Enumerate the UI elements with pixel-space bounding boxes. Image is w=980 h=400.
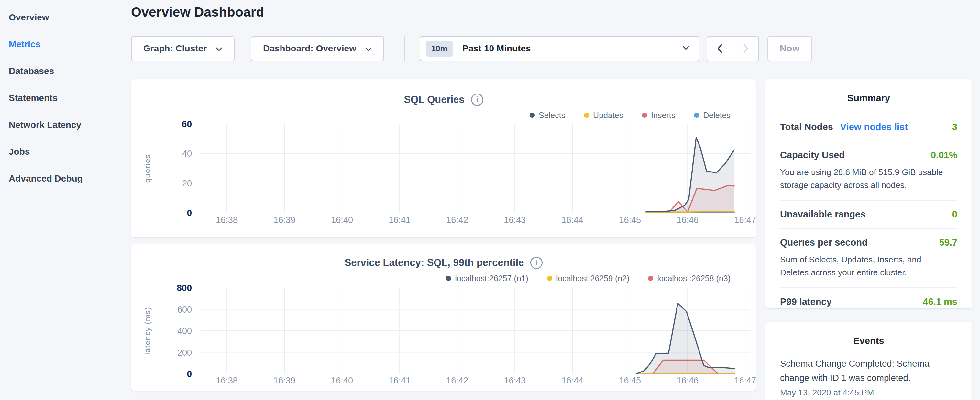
now-button[interactable]: Now — [767, 36, 812, 61]
summary-rows: Total Nodes View nodes list 3 Capacity U… — [780, 113, 957, 316]
legend-label: Deletes — [703, 111, 730, 120]
sidebar-item-advanced-debug[interactable]: Advanced Debug — [9, 165, 131, 192]
chart-plot-area[interactable]: 16:3816:3916:4016:4116:4216:4316:4416:45… — [131, 121, 756, 229]
legend-item[interactable]: localhost:26258 (n3) — [648, 274, 730, 283]
legend-item[interactable]: Deletes — [694, 110, 730, 120]
legend-item[interactable]: localhost:26259 (n2) — [547, 274, 630, 283]
service-latency-chart-card: Service Latency: SQL, 99th percentile i … — [131, 244, 756, 391]
summary-row-p99-latency: P99 latency 46.1 ms — [780, 288, 957, 316]
chart-title: Service Latency: SQL, 99th percentile — [345, 257, 524, 269]
summary-label: Queries per second — [780, 237, 868, 248]
info-icon[interactable]: i — [471, 94, 484, 106]
summary-description: You are using 28.6 MiB of 515.9 GiB usab… — [780, 166, 951, 191]
main-content: Overview Dashboard Graph: Cluster Dashbo… — [131, 0, 980, 400]
legend-label: Inserts — [651, 111, 675, 120]
summary-description: Sum of Selects, Updates, Inserts, and De… — [780, 253, 951, 279]
events-panel: Events Schema Change Completed: Schema c… — [765, 322, 972, 400]
chart-plot-area[interactable]: 16:3816:3916:4016:4116:4216:4316:4416:45… — [131, 284, 756, 386]
svg-text:0: 0 — [187, 208, 192, 218]
legend-label: localhost:26259 (n2) — [556, 274, 630, 283]
svg-text:600: 600 — [177, 305, 192, 315]
svg-text:16:41: 16:41 — [388, 376, 410, 385]
time-prev-button[interactable] — [707, 37, 733, 61]
svg-text:16:39: 16:39 — [274, 215, 295, 225]
chart-title: SQL Queries — [404, 94, 464, 105]
graph-selector-label: Graph: Cluster — [143, 43, 207, 54]
chart-svg[interactable]: 16:3816:3916:4016:4116:4216:4316:4416:45… — [131, 284, 756, 385]
summary-panel: Summary Total Nodes View nodes list 3 — [765, 79, 972, 309]
svg-text:16:38: 16:38 — [216, 376, 238, 385]
events-title: Events — [780, 336, 957, 346]
svg-text:16:45: 16:45 — [619, 376, 641, 385]
chevron-down-icon — [682, 46, 689, 51]
time-pager — [706, 36, 759, 61]
event-message[interactable]: Schema Change Completed: Schema change w… — [780, 357, 957, 385]
summary-label: Unavailable ranges — [780, 209, 865, 220]
legend-label: Updates — [593, 111, 623, 120]
svg-text:16:47: 16:47 — [734, 376, 756, 385]
sidebar-item-network-latency[interactable]: Network Latency — [9, 112, 131, 138]
event-timestamp: May 13, 2020 at 4:45 PM — [780, 388, 957, 398]
legend-item[interactable]: Selects — [530, 110, 565, 120]
sidebar-item-statements[interactable]: Statements — [9, 84, 131, 112]
svg-text:40: 40 — [182, 149, 192, 159]
summary-title: Summary — [780, 93, 957, 104]
chart-legend: SelectsUpdatesInsertsDeletes — [131, 110, 730, 120]
svg-text:16:44: 16:44 — [562, 215, 583, 225]
svg-text:16:46: 16:46 — [676, 376, 698, 385]
legend-label: Selects — [539, 111, 565, 120]
chart-svg[interactable]: 16:3816:3916:4016:4116:4216:4316:4416:45… — [131, 121, 756, 228]
sidebar-item-jobs[interactable]: Jobs — [9, 138, 131, 165]
summary-value: 46.1 ms — [923, 296, 957, 307]
legend-dot-icon — [547, 276, 552, 281]
summary-value: 0.01% — [931, 150, 957, 161]
legend-label: localhost:26257 (n1) — [455, 274, 528, 283]
legend-dot-icon — [694, 113, 699, 118]
svg-text:16:40: 16:40 — [331, 215, 353, 225]
sidebar-item-metrics[interactable]: Metrics — [9, 31, 131, 57]
svg-text:16:47: 16:47 — [734, 215, 756, 225]
sidebar-item-overview[interactable]: Overview — [9, 4, 131, 31]
view-nodes-list-link[interactable]: View nodes list — [840, 122, 908, 132]
summary-row-capacity-used: Capacity Used 0.01% You are using 28.6 M… — [780, 142, 957, 200]
legend-label: localhost:26258 (n3) — [657, 274, 730, 283]
svg-text:16:40: 16:40 — [331, 376, 353, 385]
summary-label: Capacity Used — [780, 150, 845, 161]
time-next-button[interactable] — [733, 37, 758, 61]
chevron-down-icon — [365, 43, 372, 54]
charts-column: SQL Queries i SelectsUpdatesInsertsDelet… — [131, 79, 756, 400]
time-range-dropdown[interactable]: 10m Past 10 Minutes — [420, 36, 700, 61]
svg-text:16:42: 16:42 — [446, 215, 468, 225]
time-window-label: Past 10 Minutes — [462, 43, 682, 54]
controls-divider — [404, 36, 405, 61]
app-root: OverviewMetricsDatabasesStatementsNetwor… — [0, 0, 980, 400]
legend-dot-icon — [584, 113, 589, 118]
svg-text:16:45: 16:45 — [619, 215, 641, 225]
svg-text:60: 60 — [182, 121, 192, 129]
dashboard-selector-dropdown[interactable]: Dashboard: Overview — [251, 36, 384, 61]
svg-text:16:41: 16:41 — [388, 215, 410, 225]
svg-text:800: 800 — [177, 284, 192, 293]
legend-item[interactable]: localhost:26257 (n1) — [446, 274, 528, 283]
legend-dot-icon — [530, 113, 535, 118]
svg-text:latency (ms): latency (ms) — [143, 307, 152, 355]
svg-text:16:42: 16:42 — [446, 376, 468, 385]
page-title: Overview Dashboard — [131, 5, 972, 20]
sidebar-item-databases[interactable]: Databases — [9, 57, 131, 84]
chart-header: Service Latency: SQL, 99th percentile i — [131, 257, 756, 269]
svg-text:16:43: 16:43 — [504, 215, 526, 225]
svg-text:0: 0 — [187, 369, 192, 379]
graph-selector-dropdown[interactable]: Graph: Cluster — [131, 36, 235, 61]
svg-text:200: 200 — [177, 348, 192, 358]
svg-text:16:46: 16:46 — [676, 215, 698, 225]
svg-text:16:38: 16:38 — [216, 215, 238, 225]
summary-row-unavailable-ranges: Unavailable ranges 0 — [780, 201, 957, 228]
legend-item[interactable]: Updates — [584, 110, 623, 120]
info-icon[interactable]: i — [530, 257, 542, 269]
legend-item[interactable]: Inserts — [642, 110, 675, 120]
summary-value: 3 — [952, 122, 957, 132]
summary-label: P99 latency — [780, 296, 832, 307]
dashboard-selector-label: Dashboard: Overview — [263, 43, 356, 54]
summary-value: 0 — [952, 209, 957, 220]
chevron-down-icon — [216, 43, 222, 54]
